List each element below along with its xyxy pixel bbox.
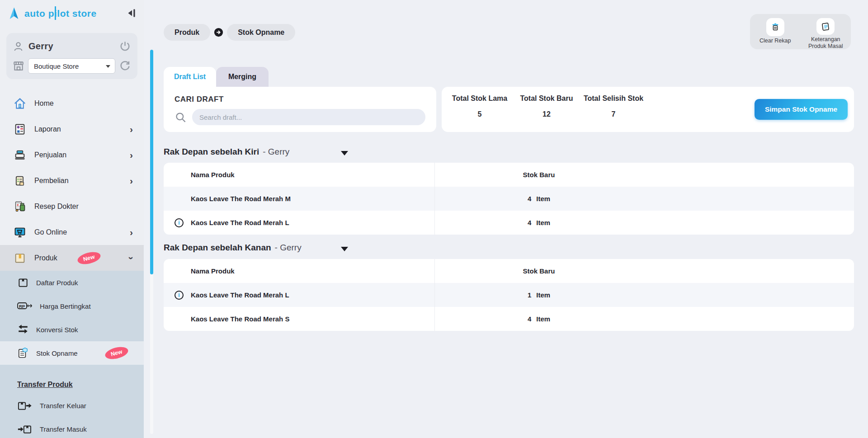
tab-draft-list[interactable]: Draft List	[164, 67, 216, 87]
qty-value: 4	[528, 195, 531, 203]
qty-value: 4	[528, 315, 531, 323]
breadcrumb: Produk Stok Opname	[164, 24, 295, 41]
stat-total-selisih-stok: Total Selisih Stok 7	[580, 87, 647, 132]
stock-checklist-icon	[17, 347, 29, 359]
tab-merging[interactable]: Merging	[216, 67, 269, 87]
note-icon	[821, 22, 830, 32]
stat-total-stok-baru: Total Stok Baru 12	[513, 87, 580, 132]
sidebar-menu: Home Laporan › Penjualan ›	[0, 90, 144, 438]
section-header-rak-kanan: Rak Depan sebelah Kanan - Gerry	[164, 243, 854, 256]
clipboard-icon	[14, 174, 26, 187]
brand-logo-icon	[7, 7, 21, 20]
chevron-right-icon: ›	[130, 124, 133, 135]
qty-unit: Item	[536, 195, 550, 203]
user-icon	[13, 41, 24, 52]
breadcrumb-arrow-icon	[214, 28, 223, 37]
tab-bar: Draft List Merging	[164, 67, 269, 87]
box-arrow-out-icon	[17, 400, 33, 411]
stat-total-stok-lama: Total Stok Lama 5	[446, 87, 513, 132]
trash-icon	[770, 22, 780, 32]
store-select-value: Boutique Store	[34, 62, 79, 70]
svg-text:RP: RP	[19, 304, 25, 309]
sidebar-item-home[interactable]: Home	[0, 90, 144, 116]
sidebar-item-go-online[interactable]: Go Online ›	[0, 219, 144, 245]
sidebar-item-konversi-stok[interactable]: Konversi Stok	[0, 318, 144, 341]
logo-row: auto pilot store	[0, 0, 144, 27]
header-actions: Clear Rekap Keterangan Produk Masal	[750, 14, 851, 49]
summary-card: Total Stok Lama 5 Total Stok Baru 12 Tot…	[442, 87, 854, 132]
box-arrow-in-icon	[17, 423, 33, 435]
user-name: Gerry	[28, 41, 53, 52]
stat-value: 12	[513, 110, 580, 118]
new-badge: New	[76, 250, 102, 266]
qty-unit: Item	[536, 291, 550, 299]
keterangan-produk-masal-button[interactable]: Keterangan Produk Masal	[802, 18, 849, 49]
sidebar-item-resep-dokter[interactable]: Resep Dokter	[0, 193, 144, 219]
brand-caret-bar	[55, 6, 56, 20]
qty-unit: Item	[536, 219, 550, 226]
chevron-right-icon: ›	[130, 227, 133, 238]
search-card: CARI DRAFT	[164, 87, 436, 132]
info-icon[interactable]: i	[175, 291, 184, 300]
section-collapse-caret-icon[interactable]	[341, 151, 348, 155]
home-icon	[14, 97, 26, 110]
sidebar: auto pilot store Gerry Boutique Store	[0, 0, 144, 438]
table-row: Kaos Leave The Road Merah S 4 Item	[164, 307, 854, 331]
new-badge: New	[104, 345, 129, 361]
sidebar-item-transfer-masuk[interactable]: Transfer Masuk	[0, 417, 144, 438]
simpan-stok-opname-button[interactable]: Simpan Stok Opname	[755, 99, 848, 120]
info-icon[interactable]: i	[175, 218, 184, 227]
section-header-rak-kiri: Rak Depan sebelah Kiri - Gerry	[164, 147, 854, 160]
online-shop-icon	[14, 226, 26, 239]
transfer-produk-heading[interactable]: Transfer Produk	[0, 376, 144, 394]
sidebar-item-daftar-produk[interactable]: Daftar Produk	[0, 271, 144, 294]
prescription-icon	[14, 200, 26, 213]
sidebar-item-transfer-keluar[interactable]: Transfer Keluar	[0, 394, 144, 417]
sidebar-item-pembelian[interactable]: Pembelian ›	[0, 168, 144, 193]
table-rak-kiri: Nama Produk Stok Baru Kaos Leave The Roa…	[164, 163, 854, 235]
stat-value: 5	[446, 110, 513, 118]
main-content: Produk Stok Opname Clear Rekap	[144, 0, 868, 438]
table-rak-kanan: Nama Produk Stok Baru i Kaos Leave The R…	[164, 259, 854, 331]
scrollbar-thumb[interactable]	[150, 50, 153, 274]
search-input[interactable]	[192, 109, 425, 125]
chevron-right-icon: ›	[130, 150, 133, 160]
logout-power-icon[interactable]	[119, 40, 131, 52]
store-select[interactable]: Boutique Store	[28, 58, 115, 74]
store-icon	[13, 60, 24, 72]
sidebar-item-produk[interactable]: Produk New ›	[0, 245, 144, 271]
user-card: Gerry Boutique Store	[6, 33, 137, 79]
sidebar-item-penjualan[interactable]: Penjualan ›	[0, 142, 144, 168]
product-box-icon	[14, 252, 26, 264]
search-icon	[175, 111, 187, 123]
sidebar-item-harga-bertingkat[interactable]: RP Harga Bertingkat	[0, 294, 144, 318]
table-row: i Kaos Leave The Road Merah L 4 Item	[164, 211, 854, 235]
sidebar-item-laporan[interactable]: Laporan ›	[0, 116, 144, 142]
qty-value: 1	[528, 291, 531, 299]
chevron-down-icon: ›	[126, 256, 137, 259]
breadcrumb-item-stok-opname[interactable]: Stok Opname	[227, 24, 295, 41]
search-section-label: CARI DRAFT	[175, 95, 425, 104]
qty-unit: Item	[536, 315, 550, 323]
refresh-icon[interactable]	[119, 60, 131, 72]
section-collapse-caret-icon[interactable]	[341, 247, 348, 251]
table-header-row: Nama Produk Stok Baru	[164, 259, 854, 283]
table-header-row: Nama Produk Stok Baru	[164, 163, 854, 187]
produk-submenu: Daftar Produk RP Harga Bertingkat Konver…	[0, 271, 144, 438]
sidebar-collapse-icon[interactable]	[126, 7, 137, 19]
sidebar-item-stok-opname[interactable]: Stok Opname New	[0, 341, 144, 365]
clear-rekap-button[interactable]: Clear Rekap	[752, 18, 799, 49]
swap-arrows-icon	[17, 324, 29, 335]
qty-value: 4	[528, 219, 531, 226]
box-outline-icon	[17, 277, 29, 288]
table-row: i Kaos Leave The Road Merah L 1 Item	[164, 283, 854, 307]
report-icon	[14, 123, 26, 136]
chevron-right-icon: ›	[130, 175, 133, 186]
brand-name: auto pilot store	[24, 8, 97, 19]
select-caret-icon	[106, 65, 110, 68]
scrollbar-track	[150, 50, 153, 434]
breadcrumb-item-produk[interactable]: Produk	[164, 24, 210, 41]
cash-register-icon	[14, 149, 26, 161]
stat-value: 7	[580, 110, 647, 118]
price-tag-icon: RP	[17, 300, 33, 312]
